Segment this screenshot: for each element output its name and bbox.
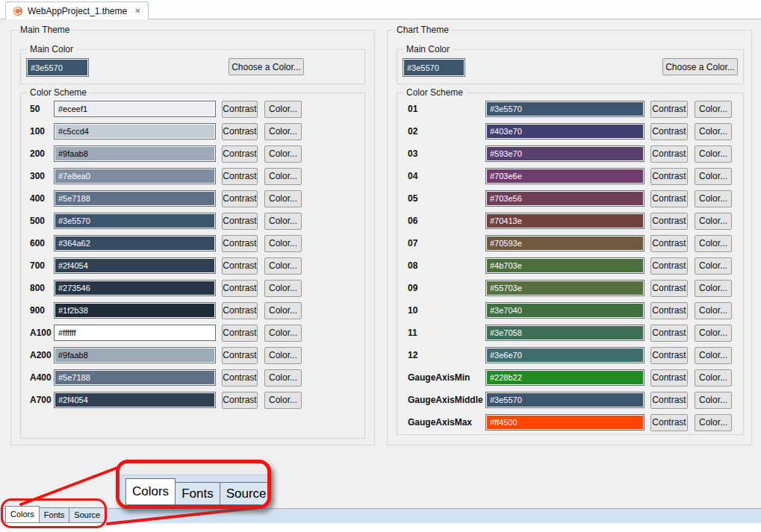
- color-button[interactable]: Color...: [264, 369, 302, 387]
- color-swatch-field[interactable]: #ff4500: [485, 414, 644, 431]
- contrast-button[interactable]: Contrast: [650, 145, 688, 163]
- contrast-button[interactable]: Contrast: [222, 369, 258, 387]
- color-swatch-field[interactable]: #2f4054: [54, 257, 216, 274]
- color-scheme-row: 03#593e70ContrastColor...: [408, 145, 743, 162]
- contrast-button[interactable]: Contrast: [650, 168, 688, 185]
- color-button[interactable]: Color...: [695, 302, 732, 319]
- color-swatch-field[interactable]: #ffffff: [54, 325, 216, 341]
- color-swatch-field[interactable]: #4b703e: [485, 257, 644, 274]
- color-button[interactable]: Color...: [695, 280, 732, 297]
- color-button[interactable]: Color...: [695, 213, 732, 230]
- contrast-button[interactable]: Contrast: [650, 302, 688, 319]
- chart-theme-color-scheme-rows: 01#3e5570ContrastColor...02#403e70Contra…: [397, 101, 743, 434]
- color-swatch-field[interactable]: #5e7188: [54, 369, 216, 386]
- contrast-button[interactable]: Contrast: [650, 123, 688, 140]
- contrast-button[interactable]: Contrast: [222, 347, 258, 364]
- color-swatch-field[interactable]: #70593e: [485, 235, 644, 251]
- color-swatch-field[interactable]: #3e5570: [54, 213, 216, 229]
- color-button[interactable]: Color...: [695, 145, 732, 163]
- color-swatch-field[interactable]: #55703e: [485, 280, 644, 296]
- bottom-tab-source[interactable]: Source: [69, 507, 105, 523]
- contrast-button[interactable]: Contrast: [222, 325, 258, 342]
- color-button[interactable]: Color...: [264, 325, 302, 342]
- color-button[interactable]: Color...: [264, 347, 302, 364]
- choose-a-color-button[interactable]: Choose a Color...: [229, 58, 304, 75]
- scheme-key-label: GaugeAxisMiddle: [408, 395, 485, 405]
- contrast-button[interactable]: Contrast: [650, 257, 688, 275]
- color-button[interactable]: Color...: [695, 257, 732, 275]
- contrast-button[interactable]: Contrast: [222, 168, 258, 185]
- contrast-button[interactable]: Contrast: [650, 280, 688, 297]
- contrast-button[interactable]: Contrast: [650, 101, 688, 118]
- editor-tab-webappproject-theme[interactable]: WebAppProject_1.theme ✕: [5, 1, 149, 19]
- contrast-button[interactable]: Contrast: [650, 190, 688, 207]
- contrast-button[interactable]: Contrast: [222, 213, 258, 230]
- color-swatch-field[interactable]: #403e70: [485, 123, 644, 140]
- contrast-button[interactable]: Contrast: [222, 257, 258, 275]
- contrast-button[interactable]: Contrast: [650, 213, 688, 230]
- contrast-button[interactable]: Contrast: [222, 392, 258, 409]
- color-button[interactable]: Color...: [695, 123, 732, 140]
- color-swatch-field[interactable]: #703e56: [485, 190, 644, 207]
- contrast-button[interactable]: Contrast: [650, 325, 688, 342]
- color-swatch-field[interactable]: #1f2b38: [54, 302, 216, 319]
- color-button[interactable]: Color...: [264, 235, 302, 252]
- color-swatch-field[interactable]: #3e6e70: [485, 347, 644, 363]
- contrast-button[interactable]: Contrast: [222, 302, 258, 319]
- color-swatch-field[interactable]: #2f4054: [54, 392, 216, 408]
- contrast-button[interactable]: Contrast: [222, 123, 258, 140]
- color-button[interactable]: Color...: [695, 369, 732, 387]
- color-swatch-field[interactable]: #593e70: [485, 145, 644, 162]
- bottom-tab-colors[interactable]: Colors: [5, 506, 40, 523]
- color-button[interactable]: Color...: [264, 302, 302, 319]
- color-button[interactable]: Color...: [695, 347, 732, 364]
- color-button[interactable]: Color...: [695, 414, 732, 431]
- color-swatch-field[interactable]: #3e5570: [485, 392, 644, 408]
- contrast-button[interactable]: Contrast: [222, 145, 258, 163]
- color-swatch-field[interactable]: #70413e: [485, 213, 644, 229]
- color-swatch-field[interactable]: #3e7058: [485, 325, 644, 341]
- color-button[interactable]: Color...: [264, 392, 302, 409]
- color-swatch-field[interactable]: #5e7188: [54, 190, 216, 207]
- color-swatch-field[interactable]: #c5ccd4: [54, 123, 216, 140]
- color-swatch-field[interactable]: #eceef1: [54, 101, 216, 117]
- contrast-button[interactable]: Contrast: [650, 392, 688, 409]
- color-swatch-field[interactable]: #703e6e: [485, 168, 644, 184]
- color-swatch-field[interactable]: #228b22: [485, 369, 644, 386]
- color-button[interactable]: Color...: [264, 257, 302, 275]
- color-button[interactable]: Color...: [264, 145, 302, 163]
- contrast-button[interactable]: Contrast: [222, 190, 258, 207]
- color-button[interactable]: Color...: [695, 190, 732, 207]
- contrast-button[interactable]: Contrast: [222, 280, 258, 297]
- color-swatch-field[interactable]: #364a62: [54, 235, 216, 251]
- color-swatch-field[interactable]: #3e7040: [485, 302, 644, 319]
- choose-a-color-button[interactable]: Choose a Color...: [662, 58, 738, 75]
- contrast-button[interactable]: Contrast: [650, 414, 688, 431]
- color-button[interactable]: Color...: [264, 123, 302, 140]
- contrast-button[interactable]: Contrast: [650, 347, 688, 364]
- color-button[interactable]: Color...: [264, 101, 302, 118]
- color-button[interactable]: Color...: [264, 190, 302, 207]
- color-button[interactable]: Color...: [695, 101, 732, 118]
- color-button[interactable]: Color...: [264, 213, 302, 230]
- color-button[interactable]: Color...: [695, 392, 732, 409]
- close-icon[interactable]: ✕: [134, 7, 140, 15]
- contrast-button[interactable]: Contrast: [222, 101, 258, 118]
- contrast-button[interactable]: Contrast: [650, 369, 688, 387]
- main-color-swatch-field[interactable]: #3e5570: [26, 58, 89, 77]
- color-swatch-field[interactable]: #273546: [54, 280, 216, 296]
- contrast-button[interactable]: Contrast: [650, 235, 688, 252]
- main-theme-group-title: Main Theme: [17, 25, 72, 35]
- contrast-button[interactable]: Contrast: [222, 235, 258, 252]
- color-swatch-field[interactable]: #9faab8: [54, 145, 216, 162]
- color-button[interactable]: Color...: [264, 280, 302, 297]
- color-swatch-field[interactable]: #9faab8: [54, 347, 216, 363]
- main-color-swatch-field[interactable]: #3e5570: [403, 58, 465, 77]
- color-button[interactable]: Color...: [264, 168, 302, 185]
- color-swatch-field[interactable]: #7e8ea0: [54, 168, 216, 184]
- color-button[interactable]: Color...: [695, 168, 732, 185]
- color-button[interactable]: Color...: [695, 325, 732, 342]
- color-swatch-field[interactable]: #3e5570: [485, 101, 644, 117]
- color-button[interactable]: Color...: [695, 235, 732, 252]
- bottom-tab-fonts[interactable]: Fonts: [40, 507, 70, 523]
